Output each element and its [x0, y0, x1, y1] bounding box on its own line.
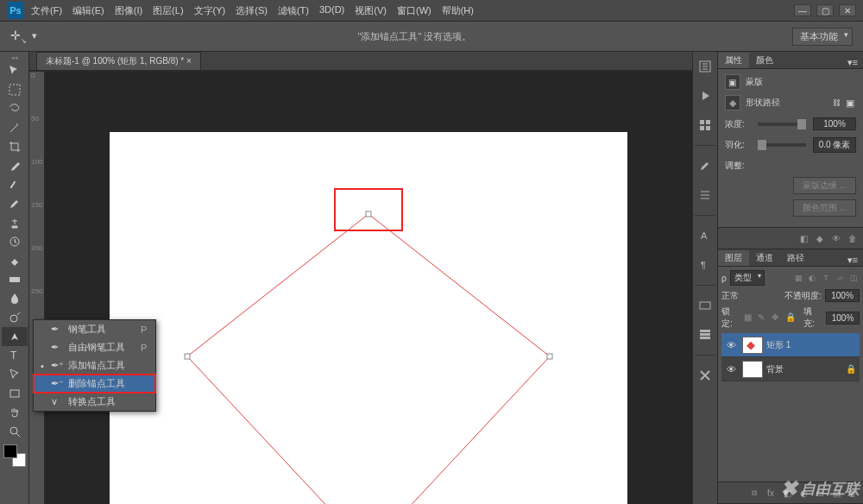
blend-mode-dropdown[interactable]: 正常: [721, 290, 781, 302]
blur-tool[interactable]: [2, 289, 28, 308]
marquee-tool[interactable]: [2, 80, 28, 99]
history-panel-icon[interactable]: [696, 57, 715, 76]
fill-input[interactable]: 100%: [826, 312, 860, 324]
window-minimize-button[interactable]: —: [794, 4, 811, 16]
color-tab[interactable]: 颜色: [749, 53, 780, 68]
layer-filter-kind[interactable]: 类型: [730, 270, 765, 286]
mask-edge-button[interactable]: 蒙版边缘 ...: [793, 177, 856, 194]
visibility-toggle-icon[interactable]: 👁: [725, 340, 739, 350]
density-value[interactable]: 100%: [813, 117, 856, 130]
workspace-switcher[interactable]: 基本功能: [792, 28, 853, 46]
properties-tab[interactable]: 属性: [718, 53, 749, 68]
crop-tool[interactable]: [2, 137, 28, 156]
paths-tab[interactable]: 路径: [780, 250, 811, 266]
play-panel-icon[interactable]: [696, 86, 715, 105]
paragraph-panel-icon[interactable]: ¶: [696, 255, 715, 274]
zoom-tool[interactable]: [2, 422, 28, 441]
diamond-path-shape[interactable]: [179, 205, 558, 504]
menu-help[interactable]: 帮助(H): [442, 4, 474, 17]
swatches-panel-icon[interactable]: [696, 116, 715, 135]
layer-thumbnail[interactable]: [742, 361, 763, 378]
menu-3d[interactable]: 3D(D): [319, 4, 344, 17]
add-mask-icon[interactable]: ◧: [780, 486, 794, 500]
filter-type-icon[interactable]: T: [820, 272, 832, 284]
eraser-tool[interactable]: [2, 251, 28, 270]
lock-paint-icon[interactable]: ✎: [758, 312, 769, 324]
new-layer-icon[interactable]: ▤: [829, 486, 843, 500]
eye-icon[interactable]: 👁: [829, 231, 843, 245]
character-panel-icon[interactable]: A: [696, 226, 715, 245]
menu-file[interactable]: 文件(F): [31, 4, 62, 17]
adjustment-layer-icon[interactable]: ◐: [797, 486, 810, 500]
flyout-convert-point-tool[interactable]: ∨ 转换点工具: [34, 393, 155, 411]
styles-panel-icon[interactable]: [696, 296, 715, 315]
delete-layer-icon[interactable]: 🗑: [846, 486, 860, 500]
pen-tool[interactable]: [2, 327, 28, 346]
lasso-tool[interactable]: [2, 99, 28, 118]
filter-smart-icon[interactable]: ◫: [847, 272, 860, 284]
layers-tab[interactable]: 图层: [718, 250, 749, 266]
flyout-add-anchor-tool[interactable]: • ✒⁺ 添加锚点工具: [34, 356, 155, 375]
brushes-panel-icon[interactable]: [696, 156, 715, 175]
menu-select[interactable]: 选择(S): [236, 4, 268, 17]
flyout-freeform-pen-tool[interactable]: ✒ 自由钢笔工具 P: [34, 338, 155, 356]
layer-row-shape[interactable]: 👁 矩形 1: [721, 333, 860, 357]
layers-panel-menu-icon[interactable]: ▾≡: [842, 255, 863, 266]
close-dock-icon[interactable]: [696, 366, 715, 385]
filter-pixel-icon[interactable]: ▦: [792, 272, 804, 284]
new-group-icon[interactable]: 🗀: [813, 486, 827, 500]
gradient-tool[interactable]: [2, 270, 28, 289]
eyedropper-tool[interactable]: [2, 156, 28, 175]
channels-tab[interactable]: 通道: [749, 250, 780, 266]
trash-icon[interactable]: 🗑: [846, 231, 860, 245]
menu-window[interactable]: 窗口(W): [397, 4, 432, 17]
magic-wand-tool[interactable]: [2, 118, 28, 137]
lock-position-icon[interactable]: ✥: [772, 312, 783, 324]
color-range-button[interactable]: 颜色范围 ...: [793, 199, 856, 217]
menu-layer[interactable]: 图层(L): [153, 4, 183, 17]
menu-type[interactable]: 文字(Y): [194, 4, 226, 17]
foreground-color-swatch[interactable]: [3, 444, 17, 458]
density-slider[interactable]: [758, 123, 806, 126]
filter-shape-icon[interactable]: ▱: [834, 272, 846, 284]
move-tool[interactable]: [2, 61, 28, 80]
flyout-delete-anchor-tool[interactable]: ✒⁻ 删除锚点工具: [34, 375, 155, 393]
link-icon[interactable]: [830, 97, 842, 109]
clone-stamp-tool[interactable]: [2, 213, 28, 232]
bounds-icon[interactable]: [844, 97, 856, 109]
path-selection-tool[interactable]: [2, 365, 28, 384]
healing-brush-tool[interactable]: [2, 175, 28, 194]
lock-all-icon[interactable]: 🔒: [785, 312, 797, 324]
document-canvas[interactable]: [110, 132, 627, 504]
filter-adjust-icon[interactable]: ◐: [806, 272, 818, 284]
menu-filter[interactable]: 滤镜(T): [278, 4, 309, 17]
layer-thumbnail[interactable]: [742, 337, 763, 354]
feather-value[interactable]: 0.0 像素: [813, 137, 856, 153]
layer-name[interactable]: 矩形 1: [766, 339, 791, 351]
fx-icon[interactable]: fx: [764, 486, 778, 500]
link-layers-icon[interactable]: ⧈: [747, 486, 761, 500]
invert-icon[interactable]: ◆: [813, 231, 827, 245]
document-tab[interactable]: 未标题-1 @ 100% (矩形 1, RGB/8) * ×: [36, 52, 201, 70]
rectangle-tool[interactable]: [2, 384, 28, 403]
visibility-toggle-icon[interactable]: 👁: [725, 364, 739, 375]
flyout-pen-tool[interactable]: ✒ 钢笔工具 P: [34, 320, 155, 338]
lock-transparent-icon[interactable]: ▦: [744, 312, 755, 324]
dodge-tool[interactable]: [2, 308, 28, 327]
history-brush-tool[interactable]: [2, 232, 28, 251]
menu-edit[interactable]: 编辑(E): [72, 4, 104, 17]
menu-image[interactable]: 图像(I): [115, 4, 142, 17]
panel-menu-icon[interactable]: ▾≡: [842, 57, 863, 68]
layer-name[interactable]: 背景: [766, 363, 784, 375]
opacity-input[interactable]: 100%: [825, 289, 860, 302]
hand-tool[interactable]: [2, 403, 28, 422]
layers-dock-icon[interactable]: [696, 325, 715, 344]
brush-tool[interactable]: [2, 194, 28, 213]
window-close-button[interactable]: ✕: [839, 4, 856, 16]
apply-mask-icon[interactable]: ◧: [797, 231, 810, 245]
brush-presets-panel-icon[interactable]: [696, 186, 715, 205]
feather-slider[interactable]: [758, 143, 806, 147]
color-swatches[interactable]: [3, 444, 26, 467]
menu-view[interactable]: 视图(V): [355, 4, 387, 17]
toolbox-collapse-grip[interactable]: [0, 54, 28, 61]
